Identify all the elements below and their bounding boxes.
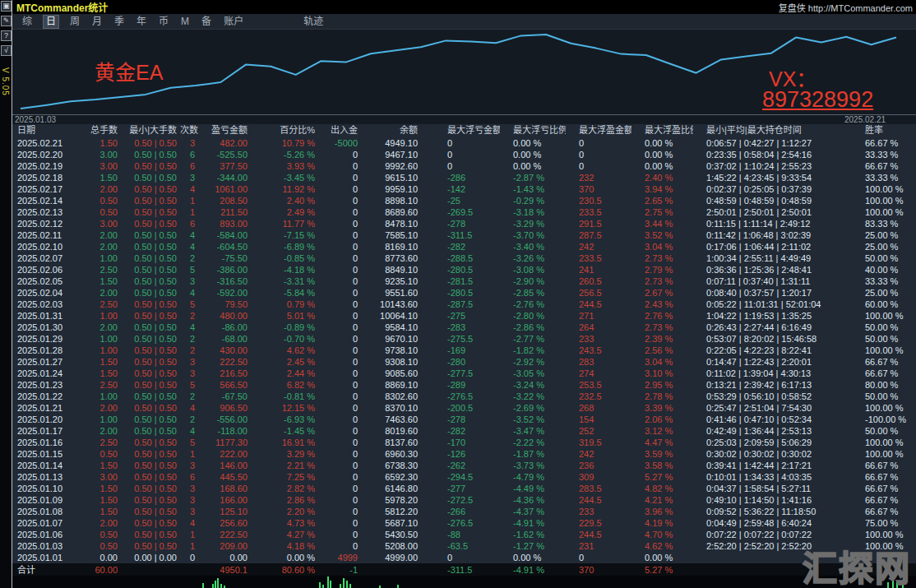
column-header-max-float-loss-pct[interactable]: 最大浮亏比例 — [500, 124, 566, 137]
menu-item-ji[interactable]: 季 — [113, 16, 126, 28]
cell-in-out: 0 — [325, 299, 371, 310]
menu-item-nian[interactable]: 年 — [135, 16, 148, 28]
cell-win-rate: 66.67 % — [863, 471, 916, 483]
cell-total-lots: 3.00 — [78, 149, 118, 160]
cell-count: 3 — [180, 460, 200, 471]
cell-pnl: 482.00 — [200, 137, 252, 149]
cell-max-float-profit: 0 — [566, 160, 631, 172]
cell-date: 2025.02.11 — [12, 229, 78, 241]
cell-max-float-profit-pct: 5.27 % — [631, 471, 693, 483]
cell-pct: 12.15 % — [252, 402, 325, 414]
cell-date: 2025.01.10 — [12, 483, 78, 494]
menu-item-zhanghu[interactable]: 账户 — [222, 16, 245, 28]
cell-max-float-profit-pct: 2.76 % — [631, 310, 693, 322]
cell-min-max-lots: 0.50 | 0.50 — [118, 275, 180, 287]
cell-in-out: 0 — [325, 218, 371, 229]
cell-balance: 9992.60 — [371, 160, 434, 172]
cell-total-lots: 1.00 — [78, 414, 118, 425]
cell-total-lots: 2.00 — [78, 241, 118, 252]
cell-hold-time: 0:11:02 | 1:39:04 | 4:30:13 — [693, 368, 863, 379]
column-header-pnl[interactable]: 盈亏金额 — [200, 124, 252, 137]
cell-date: 2025.01.20 — [12, 414, 78, 425]
cell-in-out: 0 — [325, 540, 371, 552]
cell-in-out: 0 — [325, 322, 371, 333]
cell-max-float-loss: -294.5 — [434, 471, 500, 483]
cell-max-float-loss-pct: 0.00 % — [500, 552, 566, 563]
cell-max-float-profit-pct: 2.78 % — [631, 391, 693, 402]
column-header-min-max-lots[interactable]: 最小|大手数 — [118, 124, 180, 137]
histogram-bar — [217, 578, 219, 588]
cell-min-max-lots: 0.50 | 0.50 — [118, 149, 180, 160]
cell-date: 2025.01.17 — [12, 425, 78, 437]
cell-max-float-profit-pct: 3.44 % — [631, 218, 693, 229]
column-header-max-float-profit-pct[interactable]: 最大浮盈比例 — [631, 124, 693, 137]
column-header-in-out[interactable]: 出入金 — [325, 124, 371, 137]
cell-balance: 8169.10 — [371, 241, 434, 252]
column-header-hold-time[interactable]: 最小|平均|最大持仓时间 — [693, 124, 863, 137]
cell-hold-time: 0:25:03 | 2:09:59 | 5:06:29 — [693, 437, 863, 448]
cell-in-out: 0 — [325, 149, 371, 160]
table-row: 2025.01.302.000.50 | 0.504-86.00-0.89 %0… — [12, 322, 916, 333]
help-icon[interactable]: ? — [1, 30, 12, 41]
cell-count: 3 — [180, 506, 200, 517]
cell-max-float-profit-pct: 2.06 % — [631, 414, 693, 425]
cell-max-float-profit-pct: 2.43 % — [631, 299, 693, 310]
cell-pct: 0.79 % — [252, 299, 325, 310]
cell-count: 3 — [180, 483, 200, 494]
menu-item-bei[interactable]: 备 — [200, 16, 213, 28]
cell-max-float-profit: 154 — [566, 414, 631, 425]
cell-total-lots: 3.00 — [78, 471, 118, 483]
cell-date: 2025.02.07 — [12, 252, 78, 264]
cell-max-float-loss: -272.5 — [434, 494, 500, 506]
cell-total-lots: 2.00 — [78, 402, 118, 414]
cell-total-lots: 1.50 — [78, 137, 118, 149]
app-icon[interactable]: ▣ — [1, 1, 12, 12]
column-header-date[interactable]: 日期 — [12, 124, 78, 137]
cell-hold-time: 1:45:22 | 4:23:45 | 9:33:54 — [693, 172, 863, 183]
table-row: 2025.01.162.500.50 | 0.5051177.3016.91 %… — [12, 437, 916, 448]
cell-pnl: 222.50 — [200, 529, 252, 540]
column-header-pct[interactable]: 百分比% — [252, 124, 325, 137]
cell-in-out: 0 — [325, 471, 371, 483]
table-row: 2025.01.030.500.50 | 0.501209.004.18 %05… — [12, 540, 916, 552]
menu-item-bi[interactable]: 币 — [157, 16, 170, 28]
cell-pnl: 893.00 — [200, 218, 252, 229]
cell-pnl: -344.00 — [200, 172, 252, 183]
column-header-max-float-loss[interactable]: 最大浮亏金额 — [434, 124, 500, 137]
column-header-count[interactable]: 次数 — [180, 124, 200, 137]
cell-balance: 9551.60 — [371, 287, 434, 299]
cell-pnl: 4950.1 — [200, 564, 252, 576]
menu-item-ri[interactable]: 日 — [43, 15, 59, 29]
cell-pct: -6.93 % — [252, 414, 325, 425]
check-icon[interactable]: √ — [1, 45, 12, 56]
table-row: 2025.01.241.500.50 | 0.503216.502.44 %09… — [12, 368, 916, 379]
cell-pct: -0.89 % — [252, 322, 325, 333]
table-row: 2025.02.123.000.50 | 0.506893.0011.77 %0… — [12, 218, 916, 229]
signature-icon[interactable]: ✎ — [1, 16, 12, 26]
cell-balance: 5812.20 — [371, 506, 434, 517]
cell-win-rate: 75.00 % — [863, 517, 916, 529]
column-header-balance[interactable]: 余额 — [371, 124, 434, 137]
cell-pct: 2.45 % — [252, 356, 325, 368]
cell-max-float-loss: -283 — [434, 322, 500, 333]
cell-max-float-profit: 242 — [566, 448, 631, 460]
menu-item-yue[interactable]: 月 — [90, 16, 104, 28]
cell-max-float-profit-pct: 2.67 % — [631, 287, 693, 299]
column-header-win-rate[interactable]: 胜率 — [863, 124, 916, 137]
menu-item-zhou[interactable]: 周 — [68, 16, 81, 28]
cell-total-lots: 1.00 — [78, 391, 118, 402]
cell-win-rate: 100.00 % — [863, 310, 916, 322]
cell-min-max-lots: 0.50 | 0.50 — [118, 437, 180, 448]
cell-pnl: -86.00 — [200, 322, 252, 333]
cell-date: 2025.01.01 — [12, 552, 78, 563]
cell-min-max-lots: 0.50 | 0.50 — [118, 322, 180, 333]
column-header-total-lots[interactable]: 总手数 — [78, 124, 118, 137]
menu-item-m[interactable]: M — [179, 16, 191, 28]
menu-item-zong[interactable]: 综 — [21, 16, 34, 28]
column-header-max-float-profit[interactable]: 最大浮盈金额 — [566, 124, 631, 137]
cell-max-float-profit: 287.5 — [566, 229, 631, 241]
menu-item-guiji[interactable]: 轨迹 — [302, 16, 325, 28]
cell-count: 4 — [180, 517, 200, 529]
cell-pct: 2.86 % — [252, 494, 325, 506]
cell-max-float-profit-pct: 2.56 % — [631, 345, 693, 356]
